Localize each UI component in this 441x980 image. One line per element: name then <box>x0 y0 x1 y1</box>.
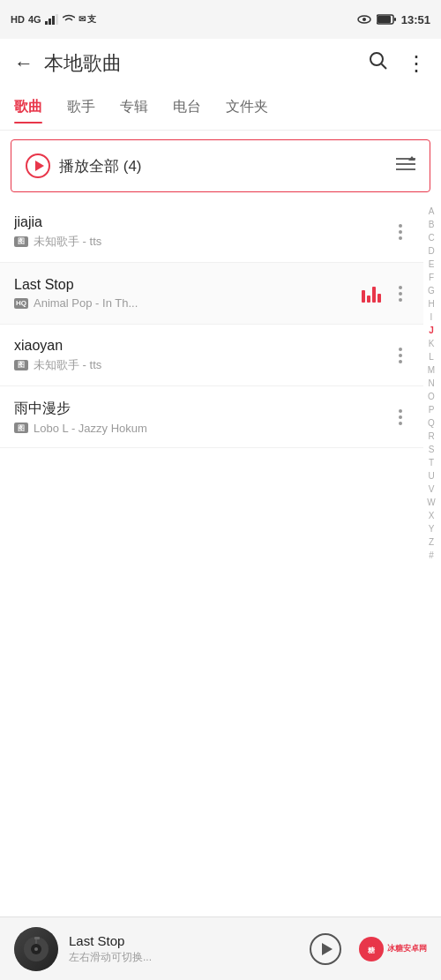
song-meta: HQ Animal Pop - In Th... <box>14 296 362 310</box>
time-display: 13:51 <box>401 13 430 26</box>
song-meta: 图 Lobo L - Jazzy Hokum <box>14 422 392 435</box>
song-more-button[interactable] <box>392 344 409 367</box>
alpha-Y[interactable]: Y <box>422 522 441 535</box>
svg-text:糖: 糖 <box>367 946 376 954</box>
status-signal: 4G <box>28 14 41 25</box>
song-meta-text: Animal Pop - In Th... <box>34 296 138 310</box>
watermark: 糖 冰糖安卓网 <box>359 937 427 961</box>
play-all-icon <box>26 153 50 178</box>
alpha-W[interactable]: W <box>422 496 441 509</box>
song-item[interactable]: 雨中漫步 图 Lobo L - Jazzy Hokum <box>0 386 423 448</box>
alpha-E[interactable]: E <box>422 258 441 271</box>
alpha-G[interactable]: G <box>422 284 441 297</box>
dot <box>399 298 402 302</box>
player-info: Last Stop 左右滑动可切换... <box>69 933 299 965</box>
song-type-icon: 图 <box>14 423 28 433</box>
more-button[interactable]: ⋮ <box>406 51 427 76</box>
dot <box>399 422 402 425</box>
tab-albums[interactable]: 专辑 <box>120 98 148 120</box>
signal-icon <box>45 14 59 25</box>
tab-artists[interactable]: 歌手 <box>67 98 95 120</box>
alpha-B[interactable]: B <box>422 218 441 231</box>
alpha-Q[interactable]: Q <box>422 416 441 430</box>
dot <box>399 348 402 351</box>
status-right: 13:51 <box>357 13 430 26</box>
play-all-row[interactable]: 播放全部 (4) <box>11 139 430 192</box>
page-title: 本地歌曲 <box>44 50 358 77</box>
song-meta: 图 未知歌手 - tts <box>14 234 392 250</box>
song-info: jiajia 图 未知歌手 - tts <box>14 214 392 250</box>
bar-3 <box>372 287 376 303</box>
song-meta-text: Lobo L - Jazzy Hokum <box>34 422 147 435</box>
alpha-R[interactable]: R <box>422 430 441 443</box>
alpha-K[interactable]: K <box>422 337 441 350</box>
player-controls <box>310 933 341 965</box>
svg-point-17 <box>34 947 38 951</box>
alpha-T[interactable]: T <box>422 456 441 469</box>
alpha-X[interactable]: X <box>422 509 441 522</box>
dot <box>399 360 402 363</box>
song-meta: 图 未知歌手 - tts <box>14 357 392 373</box>
alpha-V[interactable]: V <box>422 483 441 496</box>
alpha-O[interactable]: O <box>422 390 441 403</box>
song-title: Last Stop <box>14 277 362 293</box>
song-item[interactable]: Last Stop HQ Animal Pop - In Th... <box>0 263 423 325</box>
player-play-button[interactable] <box>310 933 341 965</box>
eye-icon <box>357 14 371 25</box>
svg-rect-0 <box>45 21 48 25</box>
song-more-button[interactable] <box>392 282 409 305</box>
song-item[interactable]: jiajia 图 未知歌手 - tts <box>0 201 423 263</box>
svg-rect-7 <box>377 16 391 23</box>
svg-rect-1 <box>49 19 51 25</box>
tab-folders[interactable]: 文件夹 <box>226 98 268 120</box>
alpha-N[interactable]: N <box>422 377 441 390</box>
alpha-hash[interactable]: # <box>422 549 441 562</box>
svg-rect-8 <box>394 18 396 21</box>
song-item[interactable]: xiaoyan 图 未知歌手 - tts <box>0 325 423 386</box>
song-more-button[interactable] <box>392 221 409 243</box>
alpha-F[interactable]: F <box>422 271 441 284</box>
alpha-Z[interactable]: Z <box>422 535 441 549</box>
dot <box>399 230 402 234</box>
svg-line-10 <box>382 64 387 70</box>
header-icons: ⋮ <box>369 51 427 76</box>
song-info: 雨中漫步 图 Lobo L - Jazzy Hokum <box>14 400 392 435</box>
search-button[interactable] <box>369 51 388 76</box>
song-quality-icon: HQ <box>14 298 28 309</box>
song-list: jiajia 图 未知歌手 - tts Last Stop HQ Animal … <box>0 201 441 916</box>
watermark-text: 冰糖安卓网 <box>387 943 427 954</box>
alpha-M[interactable]: M <box>422 363 441 377</box>
alpha-I[interactable]: I <box>422 310 441 324</box>
alpha-C[interactable]: C <box>422 231 441 244</box>
alpha-U[interactable]: U <box>422 469 441 483</box>
alpha-D[interactable]: D <box>422 244 441 258</box>
thumbnail-image <box>14 927 58 971</box>
watermark-icon: 糖 <box>359 937 384 961</box>
dot <box>399 354 402 357</box>
notification-icons: ✉ 支 <box>78 13 97 26</box>
tab-radio[interactable]: 电台 <box>173 98 201 120</box>
song-more-button[interactable] <box>392 406 409 429</box>
alpha-A[interactable]: A <box>422 205 441 218</box>
tab-songs[interactable]: 歌曲 <box>14 98 42 120</box>
status-bar: HD 4G ✉ 支 13:51 <box>0 0 441 39</box>
sort-button[interactable] <box>396 156 415 176</box>
content-area: jiajia 图 未知歌手 - tts Last Stop HQ Animal … <box>0 201 441 916</box>
header: ← 本地歌曲 ⋮ <box>0 39 441 88</box>
song-info: Last Stop HQ Animal Pop - In Th... <box>14 277 362 310</box>
bar-2 <box>367 295 370 303</box>
dot <box>399 415 402 419</box>
player-subtitle: 左右滑动可切换... <box>69 950 299 965</box>
back-button[interactable]: ← <box>14 52 34 75</box>
alpha-H[interactable]: H <box>422 297 441 310</box>
play-all-text: 播放全部 (4) <box>59 156 396 176</box>
tabs: 歌曲 歌手 专辑 电台 文件夹 <box>0 88 441 131</box>
player-thumbnail[interactable] <box>14 927 58 971</box>
alpha-L[interactable]: L <box>422 350 441 363</box>
status-left: HD 4G ✉ 支 <box>11 13 96 26</box>
alpha-J[interactable]: J <box>422 324 441 337</box>
song-type-icon: 图 <box>14 236 28 247</box>
alpha-S[interactable]: S <box>422 443 441 456</box>
alpha-P[interactable]: P <box>422 403 441 416</box>
svg-rect-2 <box>52 16 55 25</box>
